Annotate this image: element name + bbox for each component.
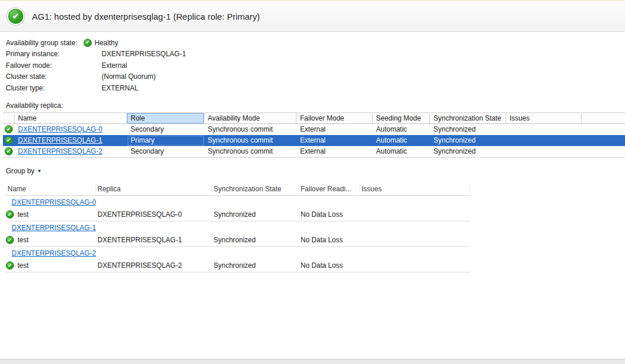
replica-sync-state-cell: Synchronized <box>430 135 506 146</box>
replica-name-cell: DXENTERPRISESQLAG-2 <box>15 146 127 157</box>
summary-panel: Availability group state: ✔ Healthy Prim… <box>0 32 625 94</box>
group-name-link[interactable]: DXENTERPRISESQLAG-2 <box>12 249 96 257</box>
summary-row-group-state: Availability group state: ✔ Healthy <box>6 37 625 49</box>
column-header-db-replica[interactable]: Replica <box>96 185 212 193</box>
database-group-row[interactable]: DXENTERPRISESQLAG-2 <box>6 247 470 260</box>
row-filler-cell <box>581 124 625 135</box>
replica-name-link[interactable]: DXENTERPRISESQLAG-0 <box>18 125 102 133</box>
replica-row-selected[interactable]: ✔ DXENTERPRISESQLAG-1 Primary Synchronou… <box>3 135 625 146</box>
replica-availability-mode-cell: Synchronous commit <box>204 146 297 157</box>
column-header-availability-mode[interactable]: Availability Mode <box>204 113 297 123</box>
group-by-label: Group by <box>6 167 34 175</box>
database-table-header: Name Replica Synchronization State Failo… <box>6 183 470 196</box>
database-group-row[interactable]: DXENTERPRISESQLAG-0 <box>6 196 470 209</box>
replica-sync-state-cell: Synchronized <box>430 146 506 157</box>
summary-value: Healthy <box>95 39 118 47</box>
replica-name-link[interactable]: DXENTERPRISESQLAG-1 <box>18 136 102 144</box>
database-name-cell: ✔ test <box>6 261 96 270</box>
replica-table: Name Role Availability Mode Failover Mod… <box>3 112 625 158</box>
replica-availability-mode-cell: Synchronous commit <box>204 135 297 146</box>
summary-value: DXENTERPRISESQLAG-1 <box>102 50 186 58</box>
healthy-status-icon: ✔ <box>7 8 24 25</box>
replica-name-link[interactable]: DXENTERPRISESQLAG-2 <box>18 147 102 155</box>
row-filler-cell <box>581 146 625 157</box>
summary-value: EXTERNAL <box>102 84 138 92</box>
replica-issues-cell <box>506 124 581 135</box>
healthy-check-icon: ✔ <box>84 39 92 47</box>
database-row[interactable]: ✔ test DXENTERPRISESQLAG-0 Synchronized … <box>6 209 470 221</box>
page-title: AG1: hosted by dxenterprisesqlag-1 (Repl… <box>32 12 260 21</box>
database-sync-state-cell: Synchronized <box>212 210 299 219</box>
replica-row[interactable]: ✔ DXENTERPRISESQLAG-2 Secondary Synchron… <box>3 146 625 157</box>
database-row[interactable]: ✔ test DXENTERPRISESQLAG-1 Synchronized … <box>6 234 470 247</box>
healthy-check-icon: ✔ <box>6 261 14 270</box>
dashboard-header: ✔ AG1: hosted by dxenterprisesqlag-1 (Re… <box>0 0 625 32</box>
column-header-role[interactable]: Role <box>127 113 204 123</box>
replica-failover-mode-cell: External <box>297 135 373 146</box>
replica-failover-mode-cell: External <box>297 146 373 157</box>
column-header-db-sync-state[interactable]: Synchronization State <box>212 185 299 193</box>
icon-column-header[interactable] <box>3 113 15 123</box>
healthy-check-icon: ✔ <box>6 210 14 219</box>
summary-row-cluster-state: Cluster state: (Normal Quorum) <box>6 71 625 83</box>
replica-failover-mode-cell: External <box>297 124 373 135</box>
database-sync-state-cell: Synchronized <box>212 261 299 270</box>
database-name-cell: ✔ test <box>6 210 96 219</box>
database-sync-state-cell: Synchronized <box>212 236 299 244</box>
replica-availability-mode-cell: Synchronous commit <box>204 124 297 135</box>
database-name: test <box>17 236 28 244</box>
summary-row-primary-instance: Primary instance: DXENTERPRISESQLAG-1 <box>6 49 625 60</box>
replica-section-label: Availability replica: <box>6 101 625 110</box>
column-header-issues[interactable]: Issues <box>506 113 581 123</box>
replica-name-cell: DXENTERPRISESQLAG-0 <box>15 124 127 135</box>
replica-role-cell: Secondary <box>127 146 204 157</box>
column-header-failover-mode[interactable]: Failover Mode <box>297 113 373 123</box>
healthy-check-icon: ✔ <box>5 136 13 144</box>
replica-issues-cell <box>506 135 581 146</box>
healthy-check-icon: ✔ <box>6 236 14 244</box>
database-replica-cell: DXENTERPRISESQLAG-0 <box>96 210 212 219</box>
database-failover-readiness-cell: No Data Loss <box>299 210 360 219</box>
column-header-db-name[interactable]: Name <box>6 185 96 193</box>
group-by-dropdown[interactable]: Group by ▾ <box>6 166 41 176</box>
database-row[interactable]: ✔ test DXENTERPRISESQLAG-2 Synchronized … <box>6 260 470 272</box>
row-filler-cell <box>581 135 625 146</box>
replica-seeding-mode-cell: Automatic <box>373 146 430 157</box>
database-replica-cell: DXENTERPRISESQLAG-2 <box>96 261 212 270</box>
summary-label: Availability group state: <box>6 39 84 47</box>
healthy-check-icon: ✔ <box>5 125 13 133</box>
database-name: test <box>17 261 28 270</box>
replica-role-cell: Primary <box>127 135 204 146</box>
chevron-down-icon: ▾ <box>38 168 41 174</box>
summary-row-cluster-type: Cluster type: EXTERNAL <box>6 82 625 94</box>
row-status-cell: ✔ <box>3 146 15 157</box>
column-header-db-failover-readiness[interactable]: Failover Readi... <box>299 185 360 193</box>
replica-issues-cell <box>506 146 581 157</box>
ag-dashboard-page: { "icons": { "check_glyph": "✔", "dropdo… <box>0 0 625 364</box>
database-name: test <box>17 210 28 219</box>
summary-label: Failover mode: <box>6 61 102 70</box>
group-name-link[interactable]: DXENTERPRISESQLAG-1 <box>12 224 96 232</box>
horizontal-scrollbar-track[interactable] <box>0 359 625 364</box>
database-failover-readiness-cell: No Data Loss <box>299 236 360 244</box>
summary-label: Cluster state: <box>6 72 102 81</box>
database-group-row[interactable]: DXENTERPRISESQLAG-1 <box>6 221 470 234</box>
replica-role-cell: Secondary <box>127 124 204 135</box>
summary-row-failover-mode: Failover mode: External <box>6 60 625 71</box>
column-header-filler <box>581 113 625 123</box>
replica-seeding-mode-cell: Automatic <box>373 135 430 146</box>
column-header-seeding-mode[interactable]: Seeding Mode <box>373 113 430 123</box>
summary-value: External <box>102 61 127 70</box>
replica-seeding-mode-cell: Automatic <box>373 124 430 135</box>
database-failover-readiness-cell: No Data Loss <box>299 261 360 270</box>
column-header-synchronization-state[interactable]: Synchronization State <box>430 113 506 123</box>
database-replica-cell: DXENTERPRISESQLAG-1 <box>96 236 212 244</box>
column-header-db-issues[interactable]: Issues <box>360 185 470 193</box>
column-header-name[interactable]: Name <box>15 113 127 123</box>
replica-row[interactable]: ✔ DXENTERPRISESQLAG-0 Secondary Synchron… <box>3 124 625 135</box>
group-name-link[interactable]: DXENTERPRISESQLAG-0 <box>12 198 96 206</box>
replica-name-cell: DXENTERPRISESQLAG-1 <box>15 135 127 146</box>
summary-label: Cluster type: <box>6 84 102 92</box>
row-status-cell: ✔ <box>3 124 15 135</box>
row-status-cell: ✔ <box>3 135 15 146</box>
